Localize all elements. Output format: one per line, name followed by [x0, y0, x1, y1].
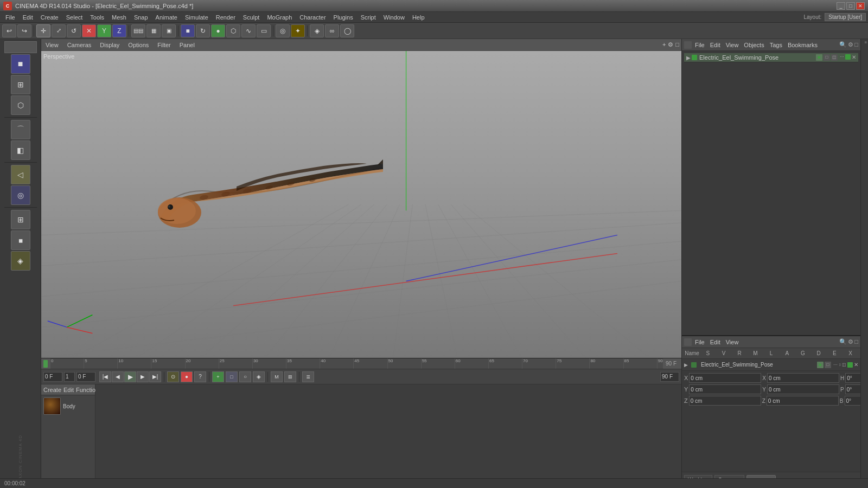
x-pos-field[interactable]	[689, 373, 761, 383]
attr-object-row[interactable]: ▶ Electric_Eel_Swimming_Pose ■ □ ⋯ ↕ ◫ ✕	[682, 359, 860, 371]
menu-tools[interactable]: Tools	[87, 13, 107, 22]
attr-delete-icon[interactable]: ✕	[854, 362, 858, 368]
attr-arrow-icon[interactable]: ↕	[839, 362, 841, 367]
loop-button[interactable]: ?	[194, 371, 206, 382]
menu-mograph[interactable]: MoGraph	[264, 13, 295, 22]
rotate-object-button[interactable]: ↻	[196, 24, 210, 37]
menu-window[interactable]: Window	[380, 13, 408, 22]
model-mode-button[interactable]: ✕	[82, 24, 96, 37]
menu-animate[interactable]: Animate	[152, 13, 181, 22]
light-button[interactable]: ✦	[291, 24, 305, 37]
obj-render-icon[interactable]: □	[824, 54, 830, 61]
generator-sidebar-button[interactable]: ◧	[11, 140, 30, 160]
motion-record-button[interactable]: ⊞	[284, 371, 296, 382]
vp-menu-cameras[interactable]: Cameras	[65, 41, 94, 49]
z-pos-field[interactable]	[689, 396, 761, 406]
obj-settings-icon[interactable]: ⚙	[848, 41, 853, 48]
motion-mode-button[interactable]: M	[271, 371, 283, 382]
object-item-eel[interactable]: ▶ Electric_Eel_Swimming_Pose ■ □ ◫ ⋯ ✕	[684, 53, 858, 62]
menu-simulate[interactable]: Simulate	[182, 13, 212, 22]
vp-settings-icon[interactable]: ⚙	[668, 41, 673, 48]
viewport-canvas[interactable]: Perspective	[41, 51, 681, 358]
vp-menu-view[interactable]: View	[43, 41, 61, 49]
y-pos-field[interactable]	[689, 384, 761, 394]
camera-button[interactable]: ◎	[276, 24, 290, 37]
vp-maximize-icon[interactable]: □	[675, 41, 679, 48]
floor-button[interactable]: ▭	[257, 24, 271, 37]
path-button[interactable]: ∿	[241, 24, 256, 37]
obj-view-menu[interactable]: View	[724, 41, 741, 49]
end-frame-input[interactable]	[660, 372, 679, 382]
edit-menu-item[interactable]: Edit	[63, 387, 74, 393]
polygon-sidebar-button[interactable]: ⬡	[11, 95, 30, 115]
menu-file[interactable]: File	[2, 13, 18, 22]
menu-select[interactable]: Select	[63, 13, 86, 22]
step-forward-button[interactable]: ▶	[137, 371, 149, 382]
cube-object-button[interactable]: ■	[181, 24, 195, 37]
move-tool-button[interactable]: ✛	[36, 24, 50, 37]
vp-menu-panel[interactable]: Panel	[177, 41, 197, 49]
menu-render[interactable]: Render	[213, 13, 239, 22]
obj-tags-menu[interactable]: Tags	[768, 41, 784, 49]
attr-settings-icon[interactable]: ⚙	[848, 338, 853, 345]
timeline-options-button[interactable]: ≡	[302, 371, 314, 382]
record-stop-button[interactable]: ●	[181, 371, 193, 382]
key-rot-button[interactable]: ○	[239, 371, 251, 382]
menu-create[interactable]: Create	[37, 13, 62, 22]
playhead-marker[interactable]	[43, 360, 48, 368]
lamp-button[interactable]: ◯	[340, 24, 354, 37]
obj-delete-icon[interactable]: ✕	[852, 54, 856, 61]
grid-sidebar-button[interactable]: ⊞	[11, 75, 30, 94]
rotate-tool-button[interactable]: ↺	[67, 24, 81, 37]
attr-lock2-icon[interactable]: ◫	[842, 362, 846, 367]
to-start-button[interactable]: |◀	[99, 371, 111, 382]
track-item-body[interactable]: Body	[41, 395, 95, 417]
scale-tool-button[interactable]: ⤢	[52, 24, 66, 37]
obj-edit-menu[interactable]: Edit	[708, 41, 723, 49]
sphere-object-button[interactable]: ●	[211, 24, 225, 37]
menu-script[interactable]: Script	[358, 13, 379, 22]
cylinder-object-button[interactable]: ⬡	[226, 24, 240, 37]
render-active-view-button[interactable]: ▦	[146, 24, 161, 37]
material-sidebar-button[interactable]: ◼	[11, 230, 30, 250]
menu-snap[interactable]: Snap	[131, 13, 151, 22]
obj-bookmarks-menu[interactable]: Bookmarks	[786, 41, 820, 49]
obj-expand-icon[interactable]: ▶	[686, 55, 691, 61]
display-button[interactable]: ◈	[310, 24, 324, 37]
menu-edit[interactable]: Edit	[20, 13, 36, 22]
spline-sidebar-button[interactable]: ⌒	[11, 120, 30, 139]
attr-edit-menu[interactable]: Edit	[708, 338, 723, 346]
attr-vis-icon[interactable]: ■	[817, 362, 824, 368]
y-axis-button[interactable]: Y	[97, 24, 111, 37]
attr-search-icon[interactable]: 🔍	[839, 338, 847, 345]
tracks-main[interactable]	[95, 384, 681, 488]
step-back-button[interactable]: ◀	[112, 371, 124, 382]
redo-button[interactable]: ↪	[17, 24, 31, 37]
obj-objects-menu[interactable]: Objects	[742, 41, 766, 49]
z-axis-button[interactable]: Z	[112, 24, 126, 37]
minimize-button[interactable]: _	[837, 2, 845, 10]
z-rot-field[interactable]	[767, 396, 839, 406]
timeline-ruler-track[interactable]: 0 5 10 15 20 25 30 35 40 45 50 55	[50, 358, 663, 369]
viewport[interactable]: View Cameras Display Options Filter Pane…	[41, 39, 681, 358]
attr-maximize-icon[interactable]: □	[854, 338, 858, 345]
layout-dropdown[interactable]: Startup [User]	[825, 13, 866, 21]
record-button[interactable]: ⊙	[167, 371, 179, 382]
vp-menu-display[interactable]: Display	[98, 41, 122, 49]
key-pos-button[interactable]: □	[226, 371, 238, 382]
right-edge-label[interactable]: ≡	[861, 41, 868, 44]
attr-file-menu[interactable]: File	[693, 338, 707, 346]
obj-file-menu[interactable]: File	[693, 41, 707, 49]
fps-field[interactable]	[64, 372, 75, 382]
create-menu-item[interactable]: Create	[43, 387, 61, 393]
deformer-sidebar-button[interactable]: ◁	[11, 165, 30, 184]
infinity-button[interactable]: ∞	[325, 24, 339, 37]
obj-lock-icon[interactable]: ◫	[831, 54, 838, 61]
current-frame-field[interactable]	[76, 372, 95, 382]
attr-view-menu[interactable]: View	[724, 338, 741, 346]
obj-vis-icon[interactable]: ■	[816, 54, 822, 61]
menu-sculpt[interactable]: Sculpt	[240, 13, 263, 22]
vp-add-icon[interactable]: +	[662, 41, 666, 48]
vp-menu-options[interactable]: Options	[126, 41, 151, 49]
undo-button[interactable]: ↩	[2, 24, 16, 37]
